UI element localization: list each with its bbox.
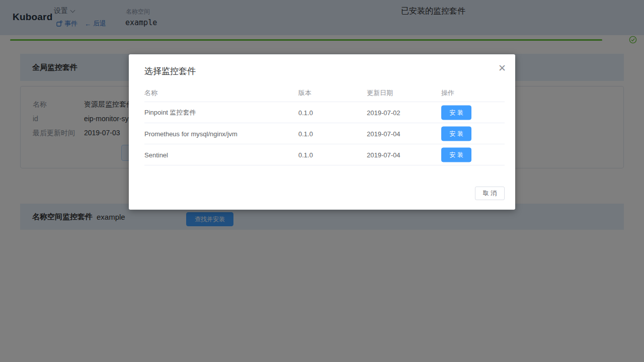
row-version: 0.1.0 xyxy=(298,151,313,158)
dialog-title: 选择监控套件 xyxy=(144,65,196,77)
row-name: Pinpoint 监控套件 xyxy=(144,108,196,117)
row-version: 0.1.0 xyxy=(298,109,313,116)
row-date: 2019-07-04 xyxy=(367,130,400,137)
table-row: Pinpoint 监控套件 0.1.0 2019-07-02 安 装 xyxy=(144,102,505,123)
row-name: Sentinel xyxy=(144,151,168,158)
row-version: 0.1.0 xyxy=(298,130,313,137)
table-row: Sentinel 0.1.0 2019-07-04 安 装 xyxy=(144,144,505,165)
col-date-header: 更新日期 xyxy=(367,88,393,98)
row-date: 2019-07-02 xyxy=(367,109,400,116)
col-name-header: 名称 xyxy=(144,88,157,98)
row-date: 2019-07-04 xyxy=(367,151,400,158)
col-action-header: 操作 xyxy=(441,88,454,98)
select-suite-dialog: 选择监控套件 ✕ 名称 版本 更新日期 操作 Pinpoint 监控套件 0.1… xyxy=(129,54,515,210)
cancel-button[interactable]: 取 消 xyxy=(475,187,505,200)
suite-table-header: 名称 版本 更新日期 操作 xyxy=(144,84,505,102)
col-version-header: 版本 xyxy=(298,88,311,98)
install-button[interactable]: 安 装 xyxy=(441,147,471,162)
suite-table: 名称 版本 更新日期 操作 Pinpoint 监控套件 0.1.0 2019-0… xyxy=(144,84,505,165)
close-icon[interactable]: ✕ xyxy=(498,63,506,73)
install-button[interactable]: 安 装 xyxy=(441,126,471,141)
table-row: Prometheus for mysql/nginx/jvm 0.1.0 201… xyxy=(144,123,505,144)
install-button[interactable]: 安 装 xyxy=(441,105,471,120)
row-name: Prometheus for mysql/nginx/jvm xyxy=(144,130,237,137)
